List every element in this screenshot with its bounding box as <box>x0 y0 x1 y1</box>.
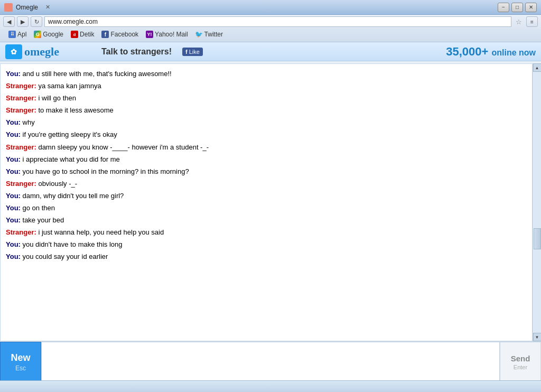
message-speaker: You: <box>6 118 23 126</box>
minimize-button[interactable]: − <box>498 3 509 12</box>
chat-message-line: You: you have go to school in the mornin… <box>6 166 527 178</box>
message-text: you didn't have to make this long <box>23 240 123 248</box>
message-text: i just wanna help, you need help you sai… <box>38 228 164 236</box>
bookmarks-bar: ⠿ Apl G Google d Detik f Facebook Y! Yah… <box>3 29 538 40</box>
tab-close-btn[interactable]: ✕ <box>45 4 50 11</box>
scroll-thumb[interactable] <box>534 228 541 249</box>
message-speaker: You: <box>6 155 23 163</box>
chat-message-line: You: you could say your id earlier <box>6 251 527 263</box>
message-speaker: You: <box>6 192 23 200</box>
facebook-like-button[interactable]: f Like <box>182 48 203 56</box>
url-input[interactable] <box>48 18 508 25</box>
send-button[interactable]: Send Enter <box>500 342 541 380</box>
message-text: you have go to school in the morning? in… <box>23 167 189 175</box>
omegle-logo: ✿ omegle <box>5 44 59 59</box>
chat-message-line: You: if you're getting sleepy it's okay <box>6 129 527 141</box>
browser-content: ✿ omegle Talk to strangers! f Like 35,00… <box>0 42 541 380</box>
yahoo-icon: Y! <box>146 31 153 38</box>
chat-message-line: You: you didn't have to make this long <box>6 239 527 250</box>
address-bar[interactable] <box>44 16 511 27</box>
online-count: 35,000+ online now <box>446 45 536 59</box>
nav-bar: ◀ ▶ ↻ ☆ ≡ <box>3 16 538 27</box>
browser-menu-button[interactable]: ≡ <box>526 16 538 27</box>
chat-message-line: You: damn, why didn't you tell me girl? <box>6 190 527 202</box>
online-label: online now <box>491 48 536 57</box>
bookmark-google-label: Google <box>43 31 63 38</box>
tab-title: Omegle <box>16 4 38 11</box>
detik-icon: d <box>71 31 78 38</box>
message-text: take your bed <box>23 216 64 224</box>
message-speaker: Stranger: <box>6 180 38 188</box>
chat-message-line: Stranger: ya sama kan jamnya <box>6 80 527 92</box>
online-number: 35,000+ <box>446 45 488 58</box>
chat-container: You: and u still here with me, that's fu… <box>0 63 541 341</box>
message-text: i will go then <box>38 94 76 102</box>
forward-button[interactable]: ▶ <box>17 16 29 27</box>
bookmark-apps-label: Apl <box>17 31 26 38</box>
chat-message-line: Stranger: to make it less awesome <box>6 105 527 116</box>
new-button[interactable]: New Esc <box>0 342 41 380</box>
chat-message-line: You: take your bed <box>6 214 527 226</box>
message-textarea[interactable] <box>42 342 499 380</box>
google-icon: G <box>34 31 41 38</box>
bookmark-apps[interactable]: ⠿ Apl <box>5 30 30 39</box>
tab-icon <box>4 3 13 12</box>
bookmark-detik[interactable]: d Detik <box>68 30 97 39</box>
back-button[interactable]: ◀ <box>3 16 15 27</box>
refresh-button[interactable]: ↻ <box>31 16 42 27</box>
bookmark-twitter[interactable]: 🐦 Twitter <box>192 30 226 39</box>
chat-message-line: Stranger: obviously -_- <box>6 178 527 190</box>
message-text: if you're getting sleepy it's okay <box>23 130 117 138</box>
message-speaker: You: <box>6 130 23 138</box>
message-text: damn sleepy you know -____- however i'm … <box>38 143 209 151</box>
bookmark-detik-label: Detik <box>80 31 94 38</box>
message-text: damn, why didn't you tell me girl? <box>23 192 124 200</box>
bookmark-google[interactable]: G Google <box>31 30 67 39</box>
omegle-logo-text: omegle <box>24 45 59 59</box>
chat-message-line: Stranger: damn sleepy you know -____- ho… <box>6 142 527 153</box>
omegle-tagline: Talk to strangers! <box>101 47 172 57</box>
facebook-icon: f <box>101 31 109 38</box>
chat-message-line: You: why <box>6 117 527 128</box>
send-button-label: Send <box>511 354 530 363</box>
message-speaker: You: <box>6 253 23 260</box>
message-speaker: You: <box>6 216 23 224</box>
chat-message-line: You: and u still here with me, that's fu… <box>6 68 527 80</box>
chat-messages[interactable]: You: and u still here with me, that's fu… <box>0 63 533 341</box>
message-speaker: You: <box>6 240 23 248</box>
message-input-container[interactable] <box>41 342 500 380</box>
message-text: ya sama kan jamnya <box>38 82 101 90</box>
message-text: why <box>23 118 35 126</box>
bookmark-yahoo[interactable]: Y! Yahoo! Mail <box>143 30 191 39</box>
scroll-up-arrow[interactable]: ▲ <box>533 63 542 72</box>
message-speaker: Stranger: <box>6 228 38 236</box>
message-speaker: Stranger: <box>6 94 38 102</box>
window-controls: − □ ✕ <box>498 3 537 12</box>
scroll-down-arrow[interactable]: ▼ <box>533 333 542 341</box>
bookmark-star-icon[interactable]: ☆ <box>514 16 524 27</box>
send-button-sub: Enter <box>514 364 527 370</box>
message-text: i appreciate what you did for me <box>23 155 120 163</box>
message-speaker: Stranger: <box>6 106 38 114</box>
apps-icon: ⠿ <box>8 31 16 38</box>
message-speaker: You: <box>6 167 23 175</box>
message-text: obviously -_- <box>38 180 77 188</box>
message-text: you could say your id earlier <box>23 253 108 260</box>
twitter-bird-icon: 🐦 <box>195 31 203 38</box>
bookmark-facebook[interactable]: f Facebook <box>98 30 142 39</box>
message-speaker: Stranger: <box>6 82 38 90</box>
chat-scrollbar[interactable]: ▲ ▼ <box>533 63 541 341</box>
new-button-sub: Esc <box>15 365 26 372</box>
like-label: Like <box>189 49 200 55</box>
bookmark-twitter-label: Twitter <box>204 31 223 38</box>
facebook-f-icon: f <box>185 49 188 55</box>
close-window-button[interactable]: ✕ <box>525 3 537 12</box>
browser-toolbar: ◀ ▶ ↻ ☆ ≡ ⠿ Apl G Google d Detik f Faceb… <box>0 15 541 42</box>
message-speaker: You: <box>6 204 23 212</box>
scroll-track <box>534 72 541 333</box>
title-bar-left: Omegle ✕ <box>4 3 50 12</box>
message-text: and u still here with me, that's fucking… <box>23 70 172 78</box>
message-text: go on then <box>23 204 55 212</box>
maximize-button[interactable]: □ <box>511 3 523 12</box>
omegle-logo-icon: ✿ <box>5 44 22 59</box>
